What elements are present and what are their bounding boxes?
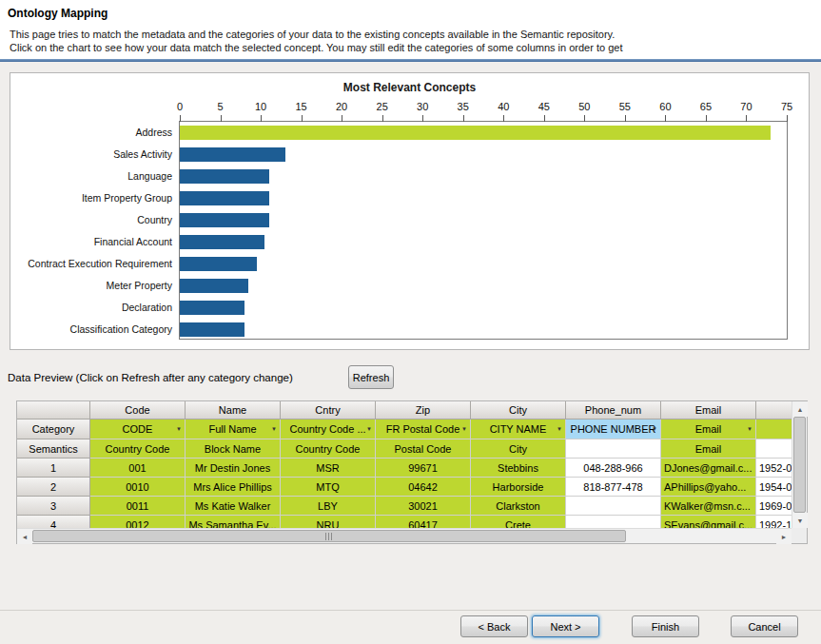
column-header[interactable]: City — [471, 401, 566, 420]
data-preview-label: Data Preview (Click on Refresh after any… — [8, 372, 293, 383]
x-tick-label: 75 — [781, 101, 792, 112]
category-combo[interactable]: CODE▼ — [90, 420, 186, 439]
horizontal-scrollbar-thumb[interactable] — [32, 530, 626, 542]
page-title: Ontology Mapping — [8, 7, 108, 20]
chart-bar[interactable] — [180, 279, 248, 293]
table-cell: 818-877-478 — [566, 478, 661, 497]
cell-text: NRU — [317, 519, 340, 529]
column-header[interactable]: Name — [186, 401, 281, 420]
column-header[interactable]: Cntry — [281, 401, 376, 420]
finish-button[interactable]: Finish — [632, 615, 699, 637]
table-cell: 04642 — [376, 478, 471, 497]
bar-row — [180, 122, 787, 144]
combo-arrow-icon[interactable]: ▼ — [557, 426, 562, 432]
scroll-right-icon[interactable]: ► — [776, 529, 792, 544]
cell-text: SEvans@gmail.c... — [664, 519, 753, 529]
combo-value: PHONE NUMBER — [571, 423, 656, 435]
bar-row — [180, 187, 787, 209]
cell-text: LBY — [318, 500, 338, 512]
column-header[interactable]: Phone_num — [566, 401, 661, 420]
x-tick-label: 50 — [578, 101, 590, 112]
scroll-up-icon[interactable]: ▲ — [792, 401, 808, 417]
combo-value: CITY NAME — [490, 423, 547, 435]
category-label: Item Property Group — [12, 186, 176, 208]
cell-text: Mrs Alice Phillips — [193, 481, 272, 493]
cell-text: Country Code — [296, 443, 361, 455]
scroll-down-icon[interactable]: ▼ — [792, 513, 808, 528]
chart-bar[interactable] — [180, 213, 269, 227]
combo-arrow-icon[interactable]: ▼ — [176, 426, 182, 432]
combo-arrow-icon[interactable]: ▼ — [652, 426, 657, 432]
x-tick-mark — [422, 115, 423, 122]
x-tick-mark — [302, 115, 303, 122]
table-cell: MTQ — [281, 478, 376, 497]
bar-row — [180, 275, 787, 297]
cell-text: 1952-0 — [759, 462, 792, 474]
column-header[interactable]: Email — [661, 401, 756, 420]
chart-bar[interactable] — [180, 301, 244, 315]
category-label: Sales Activity — [12, 143, 176, 165]
chart-bar[interactable] — [180, 257, 257, 271]
table-row: 40012Ms Samantha Ev...NRU60417CreteSEvan… — [17, 516, 792, 528]
table-cell: Country Code — [90, 439, 186, 459]
category-combo[interactable]: Country Code ...▼ — [281, 420, 376, 439]
row-header: Semantics — [17, 439, 90, 459]
category-combo[interactable]: Email▼ — [661, 420, 756, 439]
scroll-left-icon[interactable]: ◄ — [17, 529, 32, 544]
refresh-button[interactable]: Refresh — [348, 365, 394, 389]
table-cell: 1954-0 — [756, 478, 792, 497]
cell-text: Email — [695, 443, 722, 455]
vertical-scrollbar[interactable]: ▲ ▼ — [792, 401, 807, 528]
x-tick-label: 65 — [700, 101, 712, 112]
chart-plot[interactable]: 051015202530354045505560657075 — [179, 121, 788, 340]
scrollbar-grip-icon — [325, 533, 333, 540]
table-cell: 1992-1 — [756, 516, 792, 528]
column-header[interactable]: Zip — [376, 401, 471, 420]
table-cell: 0011 — [90, 497, 186, 516]
table-cell: MSR — [281, 459, 376, 478]
table-cell: Postal Code — [376, 439, 471, 459]
table-row: 1001Mr Destin JonesMSR99671Stebbins048-2… — [17, 459, 792, 478]
category-combo[interactable]: Full Name▼ — [186, 420, 281, 439]
chart-bar[interactable] — [180, 322, 244, 337]
cell-text: 99671 — [408, 462, 438, 474]
chart-bar[interactable] — [180, 147, 285, 162]
combo-arrow-icon[interactable]: ▼ — [366, 426, 372, 432]
button-bar: < Back Next > Finish Cancel — [0, 610, 821, 644]
table-row: 30011Ms Katie WalkerLBY30021ClarkstonKWa… — [17, 497, 792, 516]
chart-bar[interactable] — [180, 191, 269, 205]
row-header: Category — [17, 420, 90, 439]
back-button[interactable]: < Back — [460, 615, 528, 637]
cell-text: Stebbins — [498, 462, 538, 474]
chart-bar[interactable] — [180, 126, 771, 140]
combo-value: CODE — [123, 423, 153, 435]
horizontal-scrollbar[interactable]: ◄ ► — [17, 528, 792, 543]
vertical-scrollbar-thumb[interactable] — [793, 417, 806, 513]
cell-text: 04642 — [408, 481, 438, 493]
table-row: 20010Mrs Alice PhillipsMTQ04642Harborsid… — [17, 478, 792, 497]
table-cell: Block Name — [186, 439, 281, 459]
bar-row — [180, 144, 787, 166]
x-tick-mark — [706, 115, 707, 122]
cell-text: APhillips@yaho... — [664, 481, 746, 493]
chart-bar[interactable] — [180, 169, 269, 184]
category-label: Contract Execution Requirement — [12, 252, 176, 274]
next-button[interactable]: Next > — [532, 615, 599, 637]
column-header[interactable] — [756, 401, 792, 420]
combo-arrow-icon[interactable]: ▼ — [461, 426, 467, 432]
combo-arrow-icon[interactable]: ▼ — [271, 426, 277, 432]
chart-bar[interactable] — [180, 235, 264, 249]
cancel-button[interactable]: Cancel — [731, 615, 798, 637]
x-tick-label: 40 — [498, 101, 509, 112]
x-tick-label: 15 — [295, 101, 306, 112]
column-header[interactable]: Code — [90, 401, 186, 420]
table-cell: LBY — [281, 497, 376, 516]
category-combo[interactable]: PHONE NUMBER▼ — [566, 420, 661, 439]
category-combo[interactable]: CITY NAME▼ — [471, 420, 566, 439]
chart-category-labels: AddressSales ActivityLanguageItem Proper… — [12, 121, 176, 340]
x-tick-mark — [221, 115, 222, 122]
combo-arrow-icon[interactable]: ▼ — [747, 426, 753, 432]
chart-title: Most Relevant Concepts — [10, 81, 809, 94]
cell-text: Ms Samantha Ev... — [188, 519, 276, 529]
category-combo[interactable]: FR Postal Code▼ — [376, 420, 471, 439]
